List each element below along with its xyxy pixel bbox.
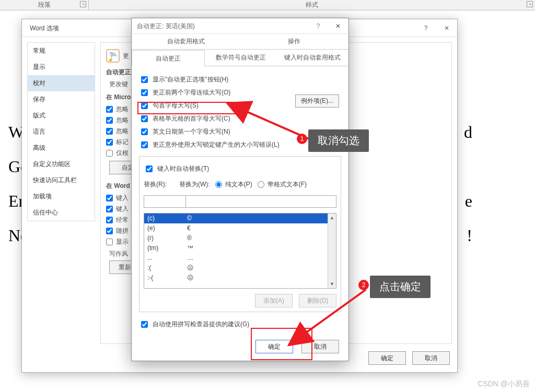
svg-text:A: A bbox=[113, 52, 117, 57]
checkbox-label: 忽略 bbox=[116, 105, 129, 114]
checkbox[interactable] bbox=[141, 115, 148, 122]
table-row[interactable]: :(☹ bbox=[144, 263, 336, 273]
checkbox[interactable] bbox=[141, 76, 148, 83]
tab-autoformat[interactable]: 自动套用格式 bbox=[132, 34, 240, 49]
options-nav-item[interactable]: 高级 bbox=[28, 140, 95, 156]
scroll-up-icon[interactable]: ▲ bbox=[328, 213, 336, 222]
scroll-down-icon[interactable]: ▼ bbox=[328, 280, 336, 288]
autocorrect-option[interactable]: 表格单元格的首字母大写(C) bbox=[139, 114, 341, 124]
options-nav-item[interactable]: 校对 bbox=[28, 75, 95, 91]
options-nav-item[interactable]: 信任中心 bbox=[28, 205, 95, 221]
delete-button[interactable]: 删除(D) bbox=[299, 294, 336, 307]
checkbox-label: 键入 bbox=[116, 205, 129, 213]
annotation-callout-2: 点击确定 bbox=[370, 276, 431, 298]
checkbox[interactable] bbox=[141, 128, 148, 135]
checkbox-label: 更正意外使用大写锁定键产生的大小写错误(L) bbox=[153, 140, 280, 149]
options-nav-item[interactable]: 版式 bbox=[28, 108, 95, 124]
dialog-launcher-icon[interactable]: ↘ bbox=[80, 1, 86, 7]
replace-box: 键入时自动替换(T) 替换(R): 替换为(W): 纯文本(P) 带格式文本(F… bbox=[139, 156, 341, 312]
table-row[interactable]: (e)€ bbox=[144, 223, 336, 233]
table-row[interactable]: :-(☹ bbox=[144, 273, 336, 283]
dialog-launcher-icon[interactable]: ↘ bbox=[527, 1, 533, 7]
table-row[interactable]: (tm)™ bbox=[144, 243, 336, 253]
exceptions-button[interactable]: 例外项(E)... bbox=[295, 94, 339, 108]
checkbox[interactable] bbox=[106, 106, 113, 113]
add-button[interactable]: 添加(A) bbox=[255, 294, 293, 307]
help-icon[interactable]: ? bbox=[415, 19, 436, 37]
table-cell-key: (tm) bbox=[144, 243, 187, 253]
radio[interactable] bbox=[258, 181, 264, 188]
options-nav: 常规显示校对保存版式语言高级自定义功能区快速访问工具栏加载项信任中心 bbox=[27, 42, 95, 221]
radio[interactable] bbox=[215, 181, 222, 188]
checkbox[interactable] bbox=[106, 206, 113, 212]
checkbox[interactable] bbox=[106, 139, 113, 146]
ok-button[interactable]: 确定 bbox=[368, 351, 406, 365]
autocorrect-content: 显示"自动更正选项"按钮(H)更正前两个字母连续大写(O)句首字母大写(S)表格… bbox=[132, 66, 348, 338]
table-row[interactable]: ...… bbox=[144, 253, 336, 263]
checkbox[interactable] bbox=[106, 117, 113, 124]
cancel-button[interactable]: 取消 bbox=[412, 351, 450, 365]
table-cell-key: :( bbox=[144, 263, 187, 273]
tab-actions[interactable]: 操作 bbox=[240, 34, 349, 49]
sub-tab[interactable]: 键入时自动套用格式 bbox=[276, 50, 348, 66]
annotation-callout-1: 取消勾选 bbox=[308, 129, 369, 152]
options-nav-item[interactable]: 语言 bbox=[28, 124, 95, 140]
table-cell-value: ™ bbox=[187, 243, 193, 253]
ribbon-group-styles: 样式 ↘ bbox=[89, 0, 535, 10]
checkbox[interactable] bbox=[106, 228, 113, 234]
replace-input[interactable] bbox=[144, 195, 185, 208]
cancel-button[interactable]: 取消 bbox=[301, 340, 339, 353]
checkbox-label: 显示 bbox=[116, 237, 129, 246]
options-nav-item[interactable]: 保存 bbox=[28, 91, 95, 108]
options-nav-item[interactable]: 自定义功能区 bbox=[28, 156, 95, 172]
help-icon[interactable]: ? bbox=[309, 18, 328, 34]
table-cell-key: :-( bbox=[144, 273, 187, 283]
table-row[interactable]: (r)® bbox=[144, 233, 336, 243]
checkbox[interactable] bbox=[141, 102, 148, 109]
checkbox-label: 显示"自动更正选项"按钮(H) bbox=[153, 75, 228, 84]
table-cell-value: ® bbox=[187, 233, 192, 243]
table-cell-value: € bbox=[187, 223, 191, 233]
table-cell-key: ... bbox=[144, 253, 187, 263]
dialog-buttons: 确定 取消 bbox=[368, 351, 450, 365]
checkbox-label: 仅根 bbox=[116, 149, 129, 158]
checkbox-label: 经常 bbox=[116, 216, 129, 224]
options-nav-item[interactable]: 常规 bbox=[28, 43, 95, 59]
use-spellcheck-checkbox[interactable] bbox=[141, 321, 148, 328]
checkbox[interactable] bbox=[106, 239, 113, 245]
use-spellcheck-suggestions[interactable]: 自动使用拼写检查器提供的建议(G) bbox=[139, 319, 341, 329]
header-text: 更 bbox=[123, 52, 129, 61]
ribbon-group-paragraph: 段落 ↘ bbox=[0, 0, 89, 10]
close-icon[interactable]: ✕ bbox=[436, 19, 457, 37]
checkbox[interactable] bbox=[141, 141, 148, 148]
replace-table[interactable]: (c)©(e)€(r)®(tm)™...…:(☹:-(☹ ▲ ▼ bbox=[144, 213, 336, 289]
replace-as-you-type-checkbox[interactable] bbox=[146, 165, 153, 172]
scrollbar[interactable]: ▲ ▼ bbox=[328, 213, 336, 288]
autocorrect-dialog: 自动更正: 英语(美国) ? ✕ 自动套用格式 操作 自动更正数学符号自动更正键… bbox=[131, 18, 349, 361]
options-nav-item[interactable]: 快速访问工具栏 bbox=[28, 172, 95, 188]
table-row[interactable]: (c)© bbox=[144, 213, 336, 223]
table-cell-value: © bbox=[187, 213, 192, 223]
ribbon: 段落 ↘ 样式 ↘ bbox=[0, 0, 535, 10]
sub-tab[interactable]: 数学符号自动更正 bbox=[205, 50, 277, 66]
formatted-text-radio[interactable]: 带格式文本(F) bbox=[258, 180, 307, 189]
checkbox[interactable] bbox=[106, 150, 113, 157]
checkbox-label: 键入时自动替换(T) bbox=[157, 164, 209, 173]
checkbox-label: 键入 bbox=[116, 194, 129, 203]
options-nav-item[interactable]: 加载项 bbox=[28, 188, 95, 205]
checkbox-label: 英文日期第一个字母大写(N) bbox=[153, 127, 230, 136]
dialog-title: 自动更正: 英语(美国) ? ✕ bbox=[132, 18, 348, 34]
ok-button[interactable]: 确定 bbox=[255, 340, 293, 353]
autocorrect-option[interactable]: 显示"自动更正选项"按钮(H) bbox=[139, 75, 341, 85]
checkbox-label: 表格单元格的首字母大写(C) bbox=[153, 114, 230, 123]
plain-text-radio[interactable]: 纯文本(P) bbox=[215, 180, 252, 189]
replace-as-you-type[interactable]: 键入时自动替换(T) bbox=[144, 164, 336, 174]
checkbox[interactable] bbox=[106, 217, 113, 223]
checkbox[interactable] bbox=[106, 195, 113, 201]
options-nav-item[interactable]: 显示 bbox=[28, 59, 95, 75]
checkbox[interactable] bbox=[141, 89, 148, 96]
sub-tab[interactable]: 自动更正 bbox=[132, 50, 205, 66]
checkbox[interactable] bbox=[106, 128, 113, 135]
close-icon[interactable]: ✕ bbox=[328, 18, 348, 34]
with-input[interactable] bbox=[185, 195, 336, 208]
